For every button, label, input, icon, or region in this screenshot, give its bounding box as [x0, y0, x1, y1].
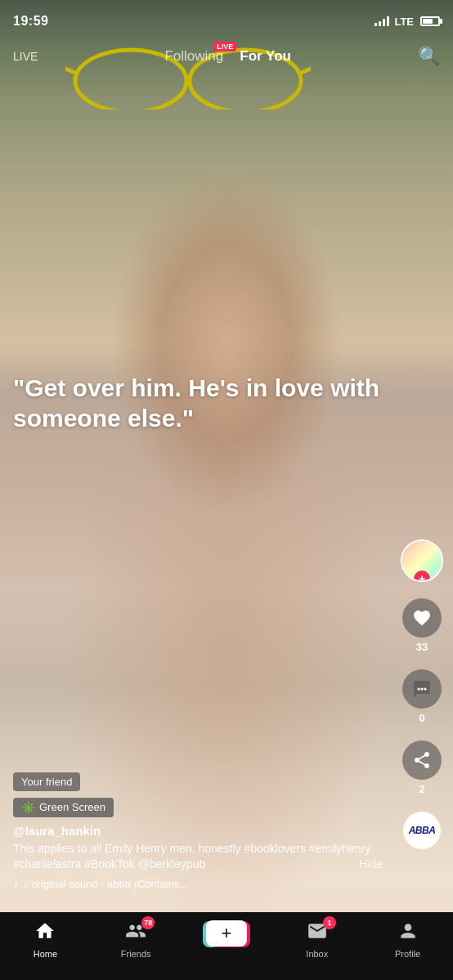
- abba-music-button[interactable]: ABBA: [403, 812, 441, 849]
- svg-point-8: [418, 688, 420, 691]
- for-you-tab[interactable]: For You: [240, 48, 291, 65]
- inbox-label: Inbox: [306, 949, 328, 959]
- heart-icon: [402, 598, 442, 638]
- nav-profile[interactable]: Profile: [362, 920, 453, 959]
- hide-button[interactable]: Hide: [359, 857, 383, 873]
- status-icons: LTE: [375, 16, 440, 28]
- live-badge: LIVE: [213, 42, 236, 51]
- creator-avatar[interactable]: [401, 539, 443, 582]
- svg-point-9: [421, 688, 424, 691]
- your-friend-tag: Your friend: [13, 772, 80, 791]
- svg-point-10: [424, 688, 427, 691]
- share-button[interactable]: 2: [402, 741, 442, 795]
- plus-icon: +: [222, 923, 232, 944]
- sparkle-icon: ✳️: [21, 801, 35, 814]
- tag-row: Your friend: [13, 772, 383, 791]
- quote-text: "Get over him. He's in love with someone…: [13, 373, 396, 434]
- battery-icon: [420, 16, 440, 26]
- nav-tabs: Following LIVE For You: [164, 48, 290, 65]
- live-button[interactable]: LIVE: [13, 50, 38, 63]
- like-button[interactable]: 33: [402, 598, 442, 653]
- friends-badge: 78: [141, 916, 155, 929]
- music-note-icon: ♪: [13, 878, 19, 890]
- nav-inbox[interactable]: 1 Inbox: [271, 920, 362, 959]
- signal-icon: [375, 16, 389, 26]
- status-time: 19:59: [13, 14, 48, 29]
- right-actions: 33 0 2 ABBA: [401, 539, 443, 849]
- lte-icon: LTE: [394, 16, 414, 28]
- inbox-icon: 1: [307, 920, 328, 946]
- comment-button[interactable]: 0: [402, 669, 442, 724]
- profile-label: Profile: [395, 949, 420, 959]
- nav-friends[interactable]: 78 Friends: [91, 920, 182, 959]
- friends-icon: 78: [125, 920, 146, 946]
- share-count: 2: [419, 783, 424, 795]
- inbox-badge: 1: [323, 916, 336, 929]
- comment-count: 0: [419, 712, 424, 724]
- like-count: 33: [416, 641, 428, 653]
- comment-icon: [402, 669, 442, 709]
- nav-create[interactable]: + +: [182, 920, 272, 959]
- music-text: ♪ original sound - abba (Contains...: [24, 878, 189, 890]
- top-nav: LIVE Following LIVE For You 🔍: [0, 36, 453, 77]
- bottom-nav: Home 78 Friends + + 1: [0, 912, 453, 980]
- green-screen-row: ✳️ Green Screen: [13, 798, 383, 817]
- status-bar: 19:59 LTE: [0, 0, 453, 36]
- nav-home[interactable]: Home: [0, 920, 91, 959]
- home-label: Home: [34, 949, 57, 959]
- creator-username[interactable]: @laura_hankin: [13, 824, 383, 838]
- search-icon[interactable]: 🔍: [418, 46, 440, 67]
- friends-label: Friends: [121, 949, 151, 959]
- home-icon: [34, 920, 56, 946]
- abba-label: ABBA: [409, 825, 436, 836]
- share-icon: [402, 741, 442, 780]
- video-caption: This applies to all Emily Henry men, hon…: [13, 841, 383, 873]
- profile-icon: [397, 920, 419, 946]
- video-info: Your friend ✳️ Green Screen @laura_hanki…: [0, 772, 396, 890]
- following-tab[interactable]: Following LIVE: [164, 48, 223, 65]
- green-screen-tag: ✳️ Green Screen: [13, 798, 114, 817]
- music-info[interactable]: ♪ ♪ original sound - abba (Contains...: [13, 878, 383, 890]
